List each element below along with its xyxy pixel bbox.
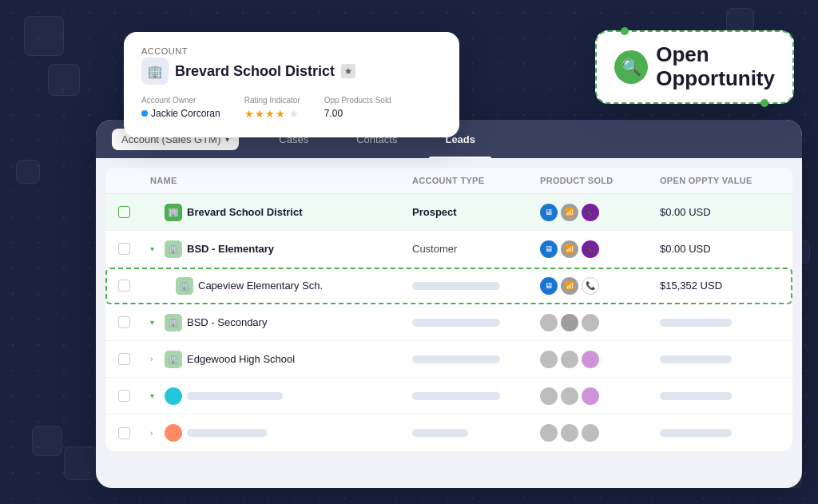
expand-arrow: › [150, 355, 160, 363]
row-name: Capeview Elementary Sch. [198, 280, 323, 292]
row-name-skeleton [187, 392, 283, 400]
table-row: ▾ [105, 378, 792, 415]
product-icon-2 [561, 387, 578, 405]
row-icon: 🏢 [165, 351, 182, 368]
row-icon: 🏢 [165, 204, 182, 221]
row-name-skeleton [187, 429, 267, 437]
avatar [165, 424, 182, 442]
row-name-cell: ▾ 🏢 BSD - Elementary [150, 240, 412, 258]
opp-label: Opp Products Sold [324, 96, 391, 105]
table-row: ▾ 🏢 BSD - Secondary [105, 304, 792, 341]
row-checkbox[interactable] [118, 390, 150, 402]
oppty-value: $0.00 USD [660, 243, 780, 255]
product-icon-2 [561, 424, 578, 442]
product-icons [540, 314, 660, 331]
col-name: Name [150, 176, 412, 185]
product-icons: 🖥 📶 📞 [540, 277, 660, 295]
row-type-skeleton [412, 279, 540, 293]
table-row: 🏢 Capeview Elementary Sch. 🖥 📶 📞 $15,352… [105, 268, 792, 304]
opp-field: Opp Products Sold 7.00 [324, 96, 391, 120]
row-icon: 🏢 [165, 314, 182, 331]
account-meta: Account Owner Jackie Corcoran Rating Ind… [141, 96, 442, 120]
oppty-skeleton [660, 389, 780, 403]
owner-dot [141, 110, 148, 117]
row-name: Edgewood High School [187, 353, 295, 365]
product-icon-monitor: 🖥 [540, 204, 558, 221]
row-checkbox[interactable] [118, 243, 150, 255]
stars: ★★★★ [244, 108, 286, 120]
product-icon-phone: 📞 [582, 277, 599, 295]
product-icons [540, 424, 660, 442]
row-icon: 🏢 [165, 240, 182, 258]
account-name: Brevard School District [175, 63, 335, 80]
product-icon-2 [561, 351, 578, 368]
verified-icon [341, 64, 355, 78]
owner-value: Jackie Corcoran [141, 108, 220, 119]
table-content: Name Account Type Product Sold Open Oppt… [105, 168, 792, 451]
rating-field: Rating Indicator ★★★★ ★ [244, 96, 300, 120]
row-checkbox[interactable] [118, 280, 150, 292]
badge-dot-top [621, 27, 629, 35]
table-row: ▾ 🏢 BSD - Elementary Customer 🖥 📶 📞 $0.0… [105, 231, 792, 268]
product-icon-wifi: 📶 [561, 277, 578, 295]
product-icon-3 [582, 424, 599, 442]
product-icon-wifi: 📶 [561, 240, 578, 258]
account-card: Account 🏢 Brevard School District Accoun… [124, 32, 459, 137]
row-name: BSD - Elementary [187, 243, 274, 255]
row-type-skeleton [412, 389, 540, 403]
col-product: Product Sold [540, 176, 660, 185]
product-icons: 🖥 📶 📞 [540, 240, 660, 258]
account-title-row: 🏢 Brevard School District [141, 58, 442, 85]
row-name-cell: 🏢 Brevard School District [150, 204, 412, 221]
rating-label: Rating Indicator [244, 96, 300, 105]
product-icon-1 [540, 351, 558, 368]
search-icon: 🔍 [614, 50, 648, 84]
opportunity-label: Open Opportunity [656, 43, 775, 91]
row-type-skeleton [412, 352, 540, 367]
row-checkbox[interactable] [118, 206, 150, 218]
col-checkbox [118, 176, 150, 185]
product-icon-3 [582, 387, 599, 405]
row-checkbox[interactable] [118, 316, 150, 328]
row-type: Customer [412, 243, 540, 255]
badge-dot-bottom [760, 99, 768, 107]
product-icon-phone: 📞 [582, 204, 599, 221]
table-row: › 🏢 Edgewood High School [105, 341, 792, 378]
product-icons: 🖥 📶 📞 [540, 204, 660, 221]
table-header: Name Account Type Product Sold Open Oppt… [105, 168, 792, 194]
product-icon-1 [540, 424, 558, 442]
avatar [165, 387, 182, 405]
opportunity-badge: 🔍 Open Opportunity [595, 30, 794, 104]
col-oppty: Open Oppty Value [660, 176, 780, 185]
oppty-skeleton [660, 426, 780, 440]
row-checkbox[interactable] [118, 427, 150, 439]
row-name-cell: ▾ [150, 387, 412, 405]
row-name-cell: 🏢 Capeview Elementary Sch. [150, 277, 412, 295]
main-card: Account (Sales GTM) ▾ Cases Contacts Lea… [96, 120, 802, 488]
row-name: BSD - Secondary [187, 316, 267, 328]
product-icon-3 [582, 351, 599, 368]
oppty-value: $0.00 USD [660, 206, 780, 218]
oppty-value: $15,352 USD [660, 280, 780, 292]
oppty-skeleton [660, 315, 780, 330]
account-label: Account [141, 46, 442, 56]
row-name-cell: › 🏢 Edgewood High School [150, 351, 412, 368]
product-icon-monitor: 🖥 [540, 240, 558, 258]
product-icon-phone: 📞 [582, 240, 599, 258]
row-name-cell: › [150, 424, 412, 442]
row-type-skeleton [412, 426, 540, 440]
row-type-skeleton [412, 315, 540, 330]
col-type: Account Type [412, 176, 540, 185]
table-row: 🏢 Brevard School District Prospect 🖥 📶 📞… [105, 194, 792, 231]
row-name: Brevard School District [187, 206, 303, 218]
product-icon-2 [561, 314, 578, 331]
table-row: › [105, 415, 792, 451]
product-icons [540, 351, 660, 368]
row-name-cell: ▾ 🏢 BSD - Secondary [150, 314, 412, 331]
owner-field: Account Owner Jackie Corcoran [141, 96, 220, 120]
row-checkbox[interactable] [118, 353, 150, 365]
expand-arrow: ▾ [150, 244, 160, 253]
opp-value: 7.00 [324, 108, 391, 119]
expand-arrow: ▾ [150, 391, 160, 400]
account-icon: 🏢 [141, 58, 169, 85]
